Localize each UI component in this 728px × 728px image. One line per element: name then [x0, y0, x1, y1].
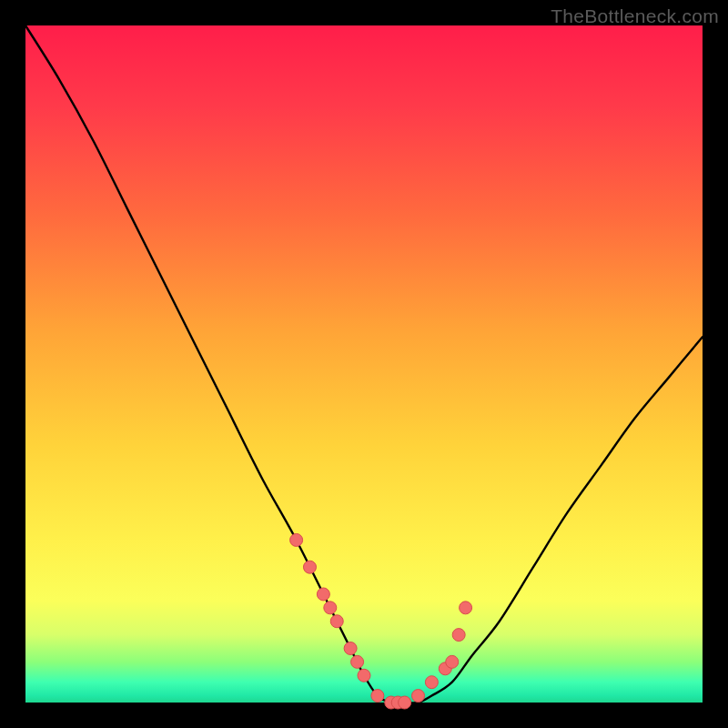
- plot-gradient-area: [25, 25, 703, 703]
- data-dot: [358, 669, 370, 682]
- data-dot: [344, 642, 357, 654]
- data-dot: [412, 690, 425, 703]
- data-dot: [290, 533, 303, 546]
- data-dot: [351, 655, 364, 668]
- data-dot: [317, 588, 329, 601]
- chart-svg: [25, 25, 703, 703]
- watermark-text: TheBottleneck.com: [551, 5, 719, 27]
- curve-line: [25, 25, 703, 703]
- data-dot: [324, 602, 337, 614]
- data-dot: [399, 696, 411, 709]
- data-dot: [303, 561, 316, 573]
- data-dot: [446, 655, 459, 668]
- dots-group: [290, 533, 472, 709]
- data-dot: [371, 690, 384, 703]
- data-dot: [460, 602, 472, 614]
- chart-frame: TheBottleneck.com: [0, 0, 728, 728]
- data-dot: [330, 615, 343, 628]
- data-dot: [425, 676, 438, 689]
- data-dot: [452, 629, 465, 642]
